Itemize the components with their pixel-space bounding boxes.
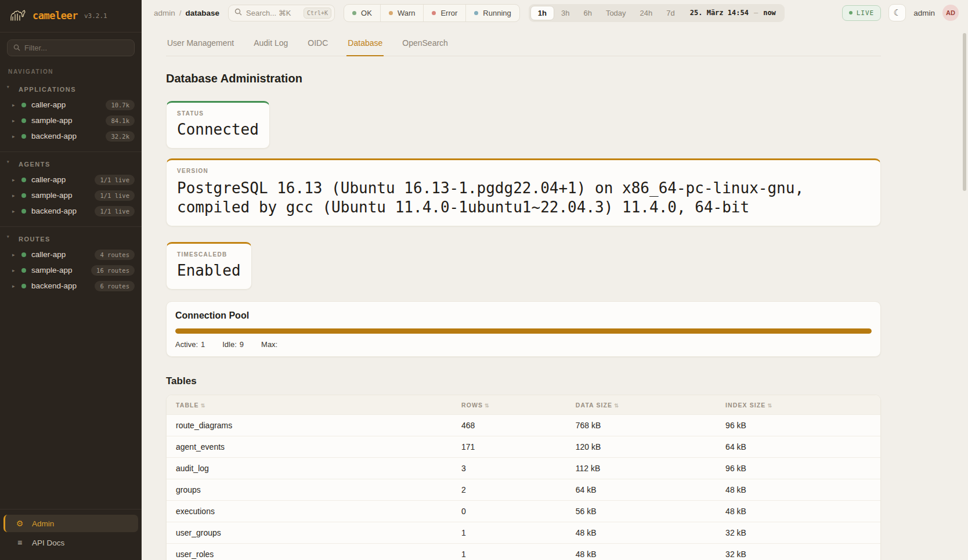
table-row: agent_events 171 120 kB 64 kB <box>167 436 880 458</box>
cell-table-name: user_groups <box>167 522 452 544</box>
filter-running[interactable]: Running <box>465 5 519 21</box>
column-header-rows[interactable]: ROWS⇅ <box>452 395 566 415</box>
breadcrumb-parent[interactable]: admin <box>154 9 175 17</box>
sort-icon[interactable]: ⇅ <box>767 403 772 409</box>
item-label: sample-app <box>31 266 73 274</box>
time-range-1h[interactable]: 1h <box>530 6 554 20</box>
filter-warn[interactable]: Warn <box>380 5 424 21</box>
sidebar-item-backend-app-routes[interactable]: ▸ backend-app 6 routes <box>0 278 142 294</box>
tab-database[interactable]: Database <box>346 33 384 56</box>
chevron-right-icon[interactable]: ▸ <box>12 208 17 214</box>
sidebar-item-sample-app-agent[interactable]: ▸ sample-app 1/1 live <box>0 187 142 203</box>
global-search[interactable]: Ctrl+K <box>228 5 335 21</box>
chevron-right-icon[interactable]: ▸ <box>12 252 17 258</box>
section-header-routes[interactable]: ▾ ROUTES <box>0 232 142 247</box>
chevron-right-icon[interactable]: ▸ <box>12 118 17 124</box>
column-header-data-size[interactable]: DATA SIZE⇅ <box>566 395 716 415</box>
time-display[interactable]: 25. März 14:54 — now <box>682 9 783 17</box>
section-label: AGENTS <box>19 161 50 168</box>
routes-badge: 4 routes <box>95 250 135 260</box>
shortcut-kbd: Ctrl+K <box>304 8 331 19</box>
topbar: admin / database Ctrl+K OK Warn Error <box>142 0 968 26</box>
section-label: APPLICATIONS <box>19 86 76 93</box>
time-range-6h[interactable]: 6h <box>576 4 598 22</box>
table-row: user_roles 1 48 kB 32 kB <box>167 544 880 560</box>
column-header-index-size[interactable]: INDEX SIZE⇅ <box>716 395 880 415</box>
item-label: backend-app <box>31 281 77 290</box>
cell-rows: 3 <box>452 458 566 479</box>
sidebar-item-sample-app-routes[interactable]: ▸ sample-app 16 routes <box>0 262 142 278</box>
cell-data-size: 56 kB <box>566 501 716 522</box>
sidebar-item-caller-app[interactable]: ▸ caller-app 10.7k <box>0 97 142 113</box>
tab-opensearch[interactable]: OpenSearch <box>401 33 449 56</box>
sort-icon[interactable]: ⇅ <box>201 403 206 409</box>
section-header-agents[interactable]: ▾ AGENTS <box>0 157 142 172</box>
dark-mode-toggle[interactable]: ☾ <box>888 4 906 21</box>
connection-pool-card: Connection Pool Active: 1 Idle: 9 Max: <box>166 301 881 357</box>
user-name: admin <box>913 9 935 17</box>
status-dot <box>21 103 26 107</box>
sidebar-item-caller-app-agent[interactable]: ▸ caller-app 1/1 live <box>0 172 142 187</box>
live-badge: 1/1 live <box>95 206 135 216</box>
count-badge: 10.7k <box>106 100 135 110</box>
item-label: caller-app <box>31 250 66 259</box>
filter-label: Running <box>483 9 511 17</box>
sidebar-item-backend-app[interactable]: ▸ backend-app 32.2k <box>0 128 142 144</box>
ok-dot-icon <box>352 11 356 15</box>
chevron-down-icon: ▾ <box>7 160 10 164</box>
section-header-applications[interactable]: ▾ APPLICATIONS <box>0 82 142 97</box>
time-range-7d[interactable]: 7d <box>659 4 681 22</box>
chevron-down-icon: ▾ <box>7 234 10 239</box>
status-card-value: Connected <box>177 121 259 138</box>
connection-pool-title: Connection Pool <box>175 310 872 321</box>
sidebar-filter[interactable] <box>7 39 135 56</box>
pool-stat-idle: Idle: 9 <box>222 340 244 349</box>
chevron-right-icon[interactable]: ▸ <box>12 133 17 139</box>
logo[interactable]: cameleer v3.2.1 <box>0 0 142 32</box>
chevron-right-icon[interactable]: ▸ <box>12 283 17 289</box>
filter-error[interactable]: Error <box>423 5 465 21</box>
avatar[interactable]: AD <box>942 5 959 21</box>
status-dot <box>21 209 26 214</box>
vertical-scrollbar[interactable] <box>963 33 966 191</box>
column-header-table[interactable]: TABLE⇅ <box>167 395 452 415</box>
cell-index-size: 32 kB <box>716 544 880 560</box>
chevron-right-icon[interactable]: ▸ <box>12 268 17 273</box>
routes-badge: 16 routes <box>91 265 135 276</box>
tab-oidc[interactable]: OIDC <box>306 33 329 56</box>
breadcrumb-current: database <box>186 9 220 17</box>
sort-icon[interactable]: ⇅ <box>614 403 619 409</box>
version-card-value: PostgreSQL 16.13 (Ubuntu 16.13-1.pgdg22.… <box>177 179 870 217</box>
filter-ok[interactable]: OK <box>344 5 380 21</box>
cell-index-size: 32 kB <box>716 522 880 544</box>
time-range-today[interactable]: Today <box>599 4 633 22</box>
cell-rows: 2 <box>452 479 566 501</box>
stat-label: Max: <box>261 340 277 349</box>
sort-icon[interactable]: ⇅ <box>485 403 490 409</box>
sidebar-item-admin[interactable]: ⚙ Admin <box>3 515 138 532</box>
live-label: LIVE <box>857 9 875 17</box>
cell-table-name: user_roles <box>167 544 452 560</box>
chevron-right-icon[interactable]: ▸ <box>12 193 17 198</box>
sidebar-item-api-docs[interactable]: ≡ API Docs <box>3 534 138 551</box>
sidebar-item-caller-app-routes[interactable]: ▸ caller-app 4 routes <box>0 247 142 262</box>
item-label: sample-app <box>31 191 73 200</box>
tables-section-title: Tables <box>166 375 881 387</box>
filter-label: Error <box>440 9 457 17</box>
time-range-3h[interactable]: 3h <box>554 4 576 22</box>
timescaledb-card-value: Enabled <box>177 262 241 279</box>
chevron-right-icon[interactable]: ▸ <box>12 102 17 108</box>
sidebar-item-backend-app-agent[interactable]: ▸ backend-app 1/1 live <box>0 203 142 219</box>
filter-input[interactable] <box>24 44 128 52</box>
tab-audit-log[interactable]: Audit Log <box>252 33 289 56</box>
stat-label: Active: <box>175 340 198 349</box>
time-range-24h[interactable]: 24h <box>633 4 660 22</box>
app-name: cameleer <box>32 10 78 21</box>
chevron-right-icon[interactable]: ▸ <box>12 177 17 183</box>
item-label: sample-app <box>31 116 73 125</box>
time-separator: — <box>754 9 758 17</box>
sidebar-item-sample-app[interactable]: ▸ sample-app 84.1k <box>0 113 142 128</box>
search-input[interactable] <box>246 9 299 17</box>
tab-user-management[interactable]: User Management <box>166 33 235 56</box>
live-badge[interactable]: LIVE <box>842 5 882 21</box>
